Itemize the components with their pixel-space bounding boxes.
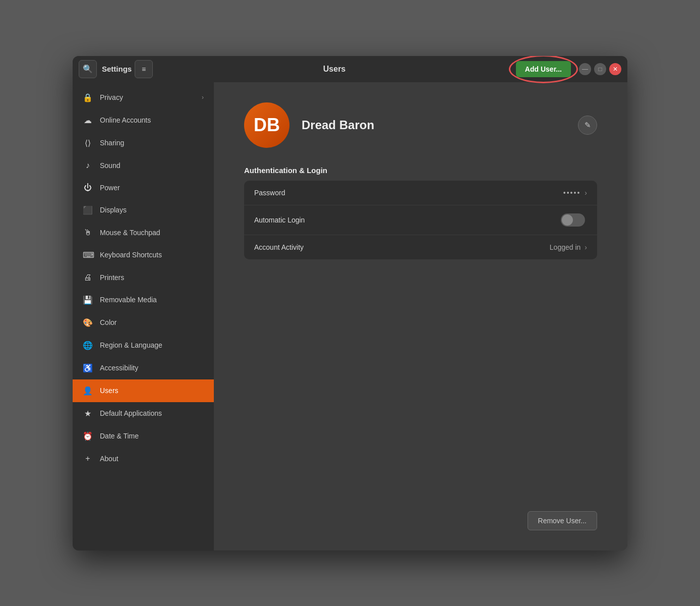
- sharing-icon: ⟨⟩: [83, 138, 93, 148]
- removable-media-icon: 💾: [83, 295, 93, 305]
- keyboard-shortcuts-icon: ⌨: [83, 250, 93, 260]
- sidebar-item-accessibility[interactable]: ♿Accessibility: [73, 357, 214, 379]
- sidebar-item-displays[interactable]: ⬛Displays: [73, 199, 214, 222]
- power-label: Power: [100, 184, 120, 192]
- search-icon: 🔍: [83, 64, 93, 74]
- remove-user-area: Remove User...: [244, 481, 597, 530]
- date-time-icon: ⏰: [83, 431, 93, 441]
- add-user-button[interactable]: Add User...: [516, 61, 571, 77]
- sidebar-item-power[interactable]: ⏻Power: [73, 177, 214, 199]
- avatar: DB: [244, 102, 289, 148]
- date-time-label: Date & Time: [100, 432, 139, 440]
- printers-icon: 🖨: [83, 273, 93, 282]
- page-title: Users: [323, 65, 345, 74]
- sidebar-item-removable-media[interactable]: 💾Removable Media: [73, 289, 214, 311]
- color-icon: 🎨: [83, 318, 93, 327]
- auth-section-title: Authentication & Login: [244, 166, 597, 175]
- sidebar: 🔒Privacy›☁Online Accounts⟨⟩Sharing♪Sound…: [73, 82, 214, 550]
- privacy-icon: 🔒: [83, 93, 93, 102]
- sidebar-item-keyboard-shortcuts[interactable]: ⌨Keyboard Shortcuts: [73, 244, 214, 266]
- close-button[interactable]: ✕: [609, 63, 621, 75]
- sidebar-item-sound[interactable]: ♪Sound: [73, 154, 214, 177]
- sidebar-item-mouse-touchpad[interactable]: 🖱Mouse & Touchpad: [73, 222, 214, 244]
- password-chevron: ›: [585, 189, 587, 197]
- menu-icon: ≡: [142, 65, 146, 73]
- main-panel: DB Dread Baron ✎ Authentication & Login …: [214, 82, 627, 550]
- account-activity-value: Logged in: [550, 243, 581, 251]
- sidebar-item-privacy[interactable]: 🔒Privacy›: [73, 86, 214, 109]
- edit-icon: ✎: [585, 121, 591, 130]
- online-accounts-icon: ☁: [83, 116, 93, 125]
- content-area: 🔒Privacy›☁Online Accounts⟨⟩Sharing♪Sound…: [73, 82, 627, 550]
- sidebar-item-online-accounts[interactable]: ☁Online Accounts: [73, 109, 214, 132]
- about-icon: +: [83, 454, 93, 463]
- removable-media-label: Removable Media: [100, 296, 157, 304]
- password-value: •••••: [563, 189, 581, 197]
- account-activity-label: Account Activity: [254, 243, 550, 251]
- auto-login-row[interactable]: Automatic Login: [244, 205, 597, 235]
- default-applications-label: Default Applications: [100, 409, 162, 417]
- sound-icon: ♪: [83, 161, 93, 170]
- sidebar-item-default-applications[interactable]: ★Default Applications: [73, 402, 214, 425]
- accessibility-icon: ♿: [83, 363, 93, 373]
- auth-card: Password ••••• › Automatic Login Account…: [244, 181, 597, 259]
- accessibility-label: Accessibility: [100, 364, 138, 372]
- account-activity-row[interactable]: Account Activity Logged in ›: [244, 235, 597, 259]
- maximize-button[interactable]: □: [594, 63, 606, 75]
- about-label: About: [100, 455, 119, 463]
- avatar-initials: DB: [254, 115, 280, 136]
- auto-login-label: Automatic Login: [254, 216, 561, 224]
- titlebar-actions: Add User...: [516, 61, 571, 77]
- users-label: Users: [100, 387, 119, 395]
- user-header: DB Dread Baron ✎: [244, 102, 597, 148]
- displays-label: Displays: [100, 206, 127, 214]
- user-name: Dread Baron: [302, 118, 566, 132]
- sidebar-item-color[interactable]: 🎨Color: [73, 311, 214, 334]
- password-label: Password: [254, 189, 563, 197]
- printers-label: Printers: [100, 273, 124, 282]
- account-activity-chevron: ›: [585, 243, 587, 251]
- online-accounts-label: Online Accounts: [100, 116, 151, 124]
- auto-login-toggle[interactable]: [561, 213, 585, 227]
- sound-label: Sound: [100, 161, 120, 170]
- privacy-chevron: ›: [202, 94, 204, 101]
- edit-user-button[interactable]: ✎: [578, 116, 597, 135]
- sidebar-item-users[interactable]: 👤Users: [73, 379, 214, 402]
- password-row[interactable]: Password ••••• ›: [244, 181, 597, 205]
- search-button[interactable]: 🔍: [79, 60, 97, 78]
- mouse-touchpad-icon: 🖱: [83, 228, 93, 237]
- privacy-label: Privacy: [100, 93, 123, 101]
- titlebar: 🔍 Settings ≡ Users Add User... — □ ✕: [73, 56, 627, 82]
- power-icon: ⏻: [83, 183, 93, 192]
- default-applications-icon: ★: [83, 409, 93, 418]
- keyboard-shortcuts-label: Keyboard Shortcuts: [100, 251, 162, 259]
- sidebar-item-sharing[interactable]: ⟨⟩Sharing: [73, 132, 214, 154]
- users-icon: 👤: [83, 386, 93, 396]
- sidebar-item-date-time[interactable]: ⏰Date & Time: [73, 425, 214, 448]
- mouse-touchpad-label: Mouse & Touchpad: [100, 229, 160, 237]
- sharing-label: Sharing: [100, 139, 124, 147]
- region-language-label: Region & Language: [100, 341, 162, 349]
- sidebar-item-region-language[interactable]: 🌐Region & Language: [73, 334, 214, 357]
- titlebar-center: Users: [153, 65, 516, 74]
- sidebar-item-printers[interactable]: 🖨Printers: [73, 266, 214, 289]
- remove-user-button[interactable]: Remove User...: [528, 511, 597, 530]
- menu-button[interactable]: ≡: [135, 60, 153, 78]
- minimize-button[interactable]: —: [579, 63, 591, 75]
- settings-window: 🔍 Settings ≡ Users Add User... — □ ✕ 🔒Pr…: [73, 56, 627, 550]
- region-language-icon: 🌐: [83, 341, 93, 350]
- sidebar-item-about[interactable]: +About: [73, 448, 214, 470]
- color-label: Color: [100, 318, 116, 326]
- displays-icon: ⬛: [83, 205, 93, 215]
- app-title: Settings: [102, 65, 132, 73]
